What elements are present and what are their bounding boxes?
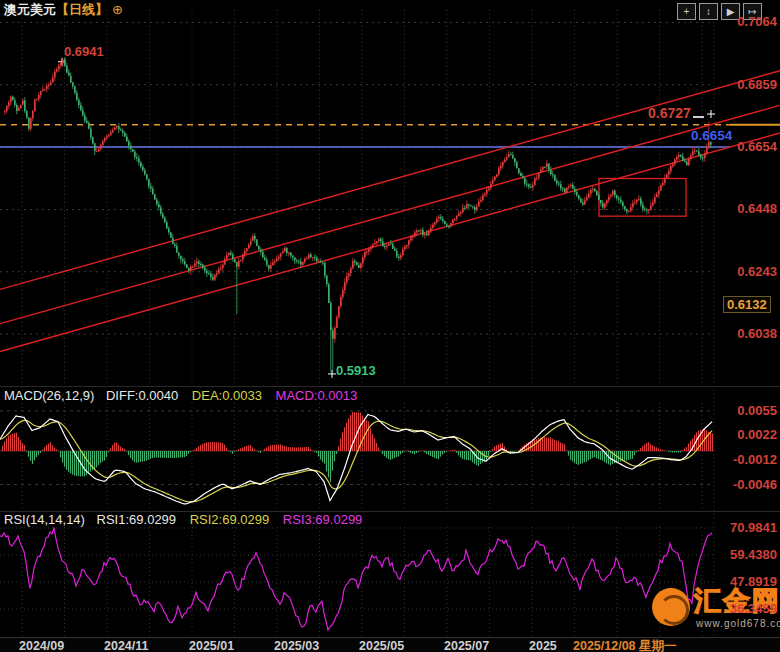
- price-axis-label: 0.7064: [717, 15, 777, 28]
- swing-high-label: 0.6941: [64, 45, 104, 58]
- crosshair-icon: +: [684, 7, 690, 17]
- rsi1-value: RSI1:69.0299: [97, 512, 177, 527]
- marked-level-label: 0.6132: [723, 296, 771, 313]
- indicator-toggle-icon[interactable]: ⊕: [112, 2, 123, 17]
- macd-diff-value: DIFF:0.0040: [106, 388, 178, 403]
- rsi-axis-label: 36.3459: [717, 602, 777, 615]
- macd-axis-label: -0.0046: [717, 478, 777, 491]
- price-axis-label: 0.6038: [717, 327, 777, 340]
- price-axis-label: 0.6859: [717, 78, 777, 91]
- date-label: 2024/11: [104, 640, 149, 652]
- rsi-axis-label: 47.8919: [717, 575, 777, 588]
- swing-low-label: 0.5913: [336, 364, 376, 377]
- date-label: 2025/03: [274, 640, 319, 652]
- macd-macd-value: MACD:0.0013: [276, 388, 358, 403]
- scale-icon: ↕: [706, 7, 711, 17]
- watermark-url: www.gold678.com: [696, 619, 780, 629]
- symbol-name: 澳元美元: [4, 2, 56, 17]
- huijin-logo-icon: [652, 588, 690, 626]
- rsi3-value: RSI3:69.0299: [283, 512, 363, 527]
- date-label: 2025/05: [359, 640, 404, 652]
- chart-title: 澳元美元【日线】⊕: [4, 3, 123, 16]
- scale-tool-button[interactable]: ↕: [699, 3, 718, 20]
- date-label: 2025/01: [189, 640, 234, 652]
- chart-canvas[interactable]: [0, 0, 780, 652]
- macd-dea-value: DEA:0.0033: [192, 388, 262, 403]
- macd-params: MACD(26,12,9): [4, 388, 94, 403]
- period-label: 【日线】: [56, 2, 108, 17]
- date-label: 2024/09: [19, 640, 64, 652]
- date-label: 2025/07: [444, 640, 489, 652]
- macd-axis-label: -0.0012: [717, 453, 777, 466]
- rsi-params: RSI(14,14,14): [4, 512, 85, 527]
- macd-axis-label: 0.0055: [717, 404, 777, 417]
- resistance-price-label: 0.6727: [648, 106, 691, 120]
- rsi-axis-label: 59.4380: [717, 548, 777, 561]
- macd-legend: MACD(26,12,9) DIFF:0.0040 DEA:0.0033 MAC…: [4, 389, 357, 402]
- date-label: 2025: [529, 640, 557, 652]
- rsi-legend: RSI(14,14,14) RSI1:69.0299 RSI2:69.0299 …: [4, 513, 362, 526]
- price-axis-label: 0.6654: [717, 140, 777, 153]
- current-date-label: 2025/12/08 星期一: [573, 640, 677, 652]
- price-axis-label: 0.6243: [717, 265, 777, 278]
- crosshair-tool-button[interactable]: +: [677, 3, 696, 20]
- price-axis-label: 0.6448: [717, 202, 777, 215]
- chart-window: 澳元美元【日线】⊕ + ↕ ▶ ↦ 0.6941 0.6727 0.5913 0…: [0, 0, 780, 652]
- macd-axis-label: 0.0022: [717, 428, 777, 441]
- rsi2-value: RSI2:69.0299: [190, 512, 270, 527]
- rsi-axis-label: 70.9841: [717, 521, 777, 534]
